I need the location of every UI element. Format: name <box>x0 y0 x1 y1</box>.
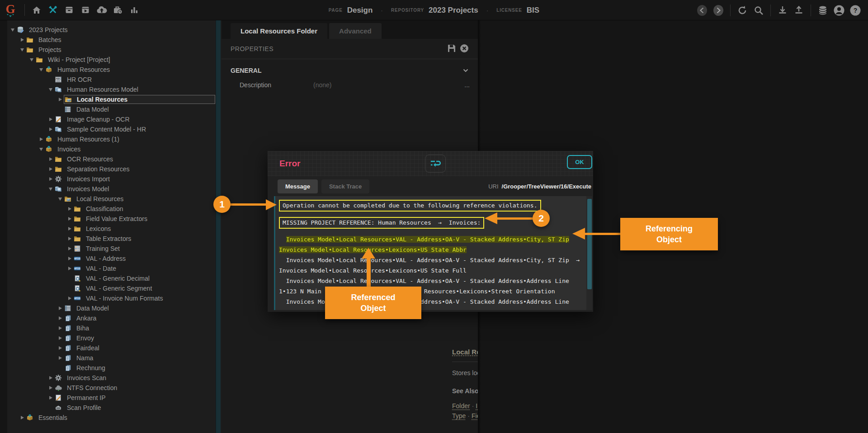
tree-item[interactable]: Envoy <box>7 333 215 343</box>
expander-icon[interactable] <box>57 336 64 340</box>
expander-icon[interactable] <box>57 326 64 330</box>
expander-icon[interactable] <box>47 167 54 171</box>
tree-item[interactable]: Rechnung <box>7 363 215 373</box>
tree-item[interactable]: Invoices Import <box>7 174 215 184</box>
expander-icon[interactable] <box>66 227 73 231</box>
expander-icon[interactable] <box>57 198 64 201</box>
save-icon[interactable] <box>447 44 457 54</box>
message-scrollbar-thumb[interactable] <box>587 199 592 289</box>
expander-icon[interactable] <box>57 356 64 360</box>
tree-item[interactable]: Local Resources <box>7 194 215 204</box>
expander-icon[interactable] <box>38 137 45 141</box>
expander-icon[interactable] <box>19 38 26 42</box>
expander-icon[interactable] <box>57 346 64 350</box>
tree-item[interactable]: Wiki - Project [Project] <box>7 55 215 65</box>
tab-advanced[interactable]: Advanced <box>329 23 382 39</box>
ok-button[interactable]: OK <box>567 155 592 169</box>
expander-icon[interactable] <box>57 306 64 310</box>
expander-icon[interactable] <box>47 396 54 400</box>
message-scrollbar[interactable] <box>586 196 592 310</box>
expander-icon[interactable] <box>66 297 73 300</box>
tree-item[interactable]: Invoices Scan <box>7 373 215 383</box>
stats-icon[interactable] <box>126 2 142 18</box>
tree-item[interactable]: Ankara <box>7 313 215 323</box>
expander-icon[interactable] <box>66 257 73 260</box>
expander-icon[interactable] <box>47 88 54 91</box>
tree-item[interactable]: OCR Resources <box>7 154 215 164</box>
expander-icon[interactable] <box>38 68 45 71</box>
tree-item[interactable]: Field Value Extractors <box>7 214 215 224</box>
expander-icon[interactable] <box>66 217 73 221</box>
tree-item[interactable]: Image Cleanup - OCR <box>7 114 215 124</box>
tree-item[interactable]: ABCHR OCR <box>7 75 215 85</box>
download-icon[interactable] <box>774 2 791 19</box>
tree-item[interactable]: 2023 Projects <box>7 25 215 35</box>
expander-icon[interactable] <box>28 58 35 61</box>
tree-item[interactable]: Scan Profile <box>7 403 215 413</box>
tree-item[interactable]: VAL - Generic Decimal <box>7 273 215 283</box>
batch-process-icon[interactable] <box>77 2 94 18</box>
expander-icon[interactable] <box>57 316 64 320</box>
expander-icon[interactable] <box>47 386 54 390</box>
tree-item[interactable]: Local Resources <box>7 94 215 104</box>
search-icon[interactable] <box>750 2 767 19</box>
tree-item[interactable]: Invoices Model <box>7 184 215 194</box>
tree-item[interactable]: Data Model <box>7 104 215 114</box>
tree-item[interactable]: Separation Resources <box>7 164 215 174</box>
tree-item[interactable]: Permanent IP <box>7 393 215 403</box>
expander-icon[interactable] <box>66 267 73 270</box>
general-section-header[interactable]: GENERAL <box>222 63 478 78</box>
expander-icon[interactable] <box>47 188 54 191</box>
jobs-icon[interactable] <box>110 2 126 18</box>
expander-icon[interactable] <box>19 416 26 419</box>
grooper-logo[interactable]: G <box>0 3 21 17</box>
tree-item[interactable]: Table Extractors <box>7 234 215 244</box>
expander-icon[interactable] <box>66 247 73 250</box>
tab-local-resources-folder[interactable]: Local Resources Folder <box>231 23 327 39</box>
expander-icon[interactable] <box>38 148 45 151</box>
forward-icon[interactable] <box>710 2 726 19</box>
database-icon[interactable] <box>815 2 831 19</box>
tree-item[interactable]: Invoices <box>7 144 215 154</box>
expander-icon[interactable] <box>47 376 54 380</box>
expander-icon[interactable] <box>57 98 64 101</box>
expander-icon[interactable] <box>66 237 73 240</box>
description-ellipsis-button[interactable]: ... <box>464 81 470 89</box>
design-tools-icon[interactable] <box>45 2 61 18</box>
tree-item[interactable]: Sample Content Model - HR <box>7 124 215 134</box>
tree-item[interactable]: Human Resources <box>7 65 215 75</box>
refresh-icon[interactable] <box>734 2 750 19</box>
tab-message[interactable]: Message <box>278 179 318 193</box>
tree-item[interactable]: Batches <box>7 35 215 45</box>
tree-item[interactable]: NTFS Connection <box>7 383 215 393</box>
expander-icon[interactable] <box>47 118 54 121</box>
expander-icon[interactable] <box>47 177 54 181</box>
word-wrap-toggle-button[interactable] <box>425 155 446 173</box>
tree-item[interactable]: Training Set <box>7 244 215 254</box>
tree-item[interactable]: 0723VAL - Address <box>7 254 215 264</box>
tree-item[interactable]: Biha <box>7 323 215 333</box>
tree-item[interactable]: Fairdeal <box>7 343 215 353</box>
tree-item[interactable]: Nama <box>7 353 215 363</box>
home-icon[interactable] <box>28 2 45 18</box>
expander-icon[interactable] <box>19 48 26 52</box>
close-icon[interactable] <box>460 44 470 54</box>
back-icon[interactable] <box>694 2 710 19</box>
see-also-link-folder[interactable]: Folder <box>452 402 470 409</box>
tree-item[interactable]: Data Model <box>7 303 215 313</box>
tree-item[interactable]: 0723VAL - Invoice Num Formats <box>7 293 215 303</box>
tree-item[interactable]: VAL - Generic Segment <box>7 283 215 293</box>
help-icon[interactable]: ? <box>847 2 863 19</box>
tree-item[interactable]: Lexicons <box>7 224 215 234</box>
tree-item[interactable]: Projects <box>7 45 215 55</box>
tree-item[interactable]: 0723VAL - Date <box>7 264 215 273</box>
expander-icon[interactable] <box>66 207 73 211</box>
expander-icon[interactable] <box>9 28 16 32</box>
import-icon[interactable] <box>94 2 110 18</box>
tree-scrollbar[interactable] <box>216 20 221 433</box>
tree-item[interactable]: Classification <box>7 204 215 214</box>
expander-icon[interactable] <box>47 157 54 161</box>
user-icon[interactable] <box>831 2 847 19</box>
upload-icon[interactable] <box>791 2 807 19</box>
tree-item[interactable]: Human Resources Model <box>7 85 215 94</box>
